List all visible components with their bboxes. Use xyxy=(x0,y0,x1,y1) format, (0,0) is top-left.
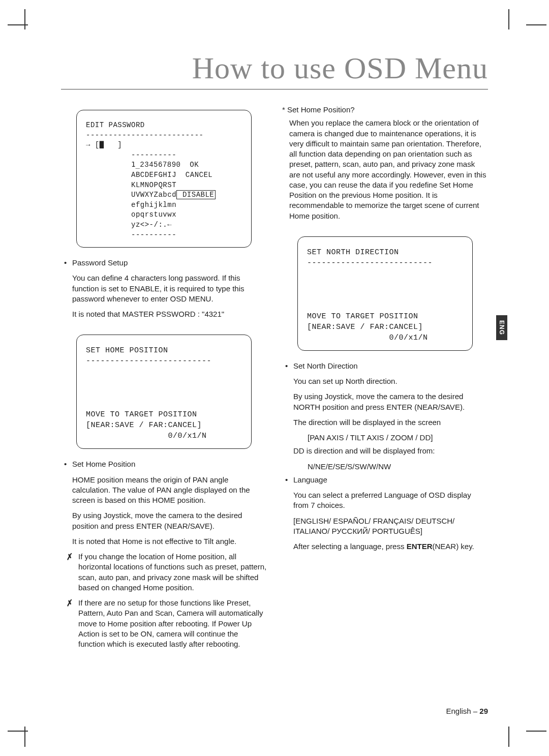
osd-line: OK xyxy=(180,161,199,169)
body-text: You can select a preferred Language of O… xyxy=(293,490,488,511)
text-frag: (NEAR) key. xyxy=(432,542,474,551)
bullet-list: Set Home Position xyxy=(61,459,267,469)
language-tab: ENG xyxy=(496,315,507,340)
osd-line: MOVE TO TARGET POSITION xyxy=(86,410,197,419)
osd-selected: DISABLE xyxy=(176,190,216,199)
osd-line: -------------------------- xyxy=(307,259,433,267)
osd-line: [NEAR:SAVE / FAR:CANCEL] xyxy=(307,323,423,331)
osd-line: 0/0/x1/N xyxy=(307,334,428,342)
section-password-setup: Password Setup xyxy=(61,258,267,268)
osd-line: → [█ ] xyxy=(86,141,122,149)
note-text: If you change the location of Home posit… xyxy=(64,552,267,593)
crop-mark xyxy=(8,731,28,732)
osd-line: SET HOME POSITION xyxy=(86,346,168,355)
osd-line: KLMNOPQRST xyxy=(86,181,176,189)
crop-mark xyxy=(24,9,25,29)
osd-line: 1̲234567890 xyxy=(86,161,180,169)
body-text: It is noted that MASTER PSSWORD : "4321" xyxy=(72,309,267,319)
body-text: N/NE/E/SE/S/SW/W/NW xyxy=(308,462,488,472)
section-set-north: Set North Direction xyxy=(282,361,488,371)
osd-line: ---------- xyxy=(86,151,176,159)
osd-line: ABCDEFGHIJ xyxy=(86,171,176,179)
section-language: Language xyxy=(282,475,488,485)
section-set-home: Set Home Position xyxy=(61,459,267,469)
osd-line: -------------------------- xyxy=(86,131,203,139)
osd-line: ---------- xyxy=(86,231,176,239)
osd-line: MOVE TO TARGET POSITION xyxy=(307,312,418,321)
crop-mark xyxy=(24,727,25,747)
footer-lang: English – xyxy=(446,707,479,715)
crop-mark xyxy=(526,731,546,732)
crop-mark xyxy=(508,727,509,747)
page-footer: English – 29 xyxy=(446,707,488,715)
body-text: HOME position means the origin of PAN an… xyxy=(72,475,267,506)
body-text: By using Joystick, move the camera to th… xyxy=(72,510,267,531)
page-title: How to use OSD Menu xyxy=(61,51,488,89)
osd-edit-password: EDIT PASSWORD --------------------------… xyxy=(76,110,252,248)
section-set-home-q: * Set Home Position? xyxy=(282,105,488,115)
crop-mark xyxy=(8,24,28,25)
body-text: After selecting a language, press ENTER(… xyxy=(293,541,488,552)
osd-line: EDIT PASSWORD xyxy=(86,121,145,129)
page-number: 29 xyxy=(479,707,488,715)
osd-line: SET NORTH DIRECTION xyxy=(307,248,399,257)
body-text: When you replace the camera block or the… xyxy=(289,118,488,221)
body-text: You can define 4 characters long passwor… xyxy=(72,273,267,304)
body-text: The direction will be displayed in the s… xyxy=(293,417,488,428)
osd-line: [NEAR:SAVE / FAR:CANCEL] xyxy=(86,421,202,430)
crop-mark xyxy=(526,24,546,25)
page: How to use OSD Menu ENG EDIT PASSWORD --… xyxy=(0,0,549,756)
body-text: You can set up North direction. xyxy=(293,376,488,386)
note-text: If there are no setup for those function… xyxy=(64,598,267,649)
osd-line: UVWXYZabcd xyxy=(86,191,176,199)
content-columns: EDIT PASSWORD --------------------------… xyxy=(61,105,488,654)
left-column: EDIT PASSWORD --------------------------… xyxy=(61,105,267,654)
osd-set-north: SET NORTH DIRECTION --------------------… xyxy=(297,236,473,351)
osd-line: 0/0/x1/N xyxy=(86,432,207,440)
body-text: By using Joystick, move the camera to th… xyxy=(293,391,488,412)
body-text: DD is direction and will be displayed fr… xyxy=(293,446,488,456)
bullet-list: Language xyxy=(282,475,488,485)
body-text: [PAN AXIS / TILT AXIS / ZOOM / DD] xyxy=(308,433,488,443)
osd-line: yz<>-/:.← xyxy=(86,221,172,229)
right-column: * Set Home Position? When you replace th… xyxy=(282,105,488,654)
osd-line: -------------------------- xyxy=(86,357,211,366)
enter-key-label: ENTER xyxy=(407,542,433,551)
osd-set-home: SET HOME POSITION ----------------------… xyxy=(76,335,252,449)
body-text: [ENGLISH/ ESPAÑOL/ FRANÇAIS/ DEUTSCH/ IT… xyxy=(293,516,488,537)
bullet-list: Set North Direction xyxy=(282,361,488,371)
body-text: It is noted that Home is not effective t… xyxy=(72,536,267,547)
text-frag: After selecting a language, press xyxy=(293,542,407,551)
crop-mark xyxy=(508,9,509,29)
osd-line: efghijklmn xyxy=(86,201,176,209)
osd-line: CANCEL xyxy=(176,171,212,179)
bullet-list: Password Setup xyxy=(61,258,267,268)
osd-line: opqrstuvwx xyxy=(86,210,176,219)
